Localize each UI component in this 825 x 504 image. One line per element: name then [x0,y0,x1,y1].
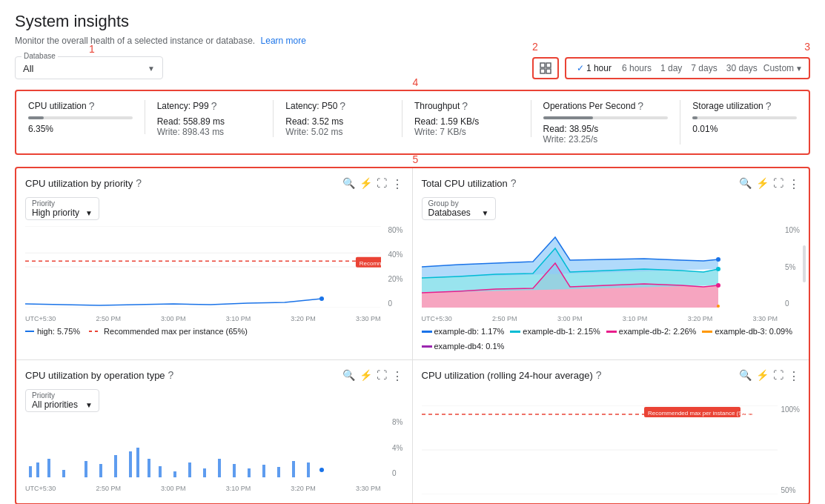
metric-cpu-value: 6.35% [28,124,133,134]
metric-storage: Storage utilization ? 0.01% [680,100,797,134]
page-subtitle: Monitor the overall health of a selected… [15,36,810,46]
chart-cpu-rolling-title: CPU utilization (rolling 24-hour average… [422,370,593,381]
priority-dropdown-2[interactable]: Priority All priorities ▼ [25,389,99,412]
svg-rect-29 [159,466,162,477]
svg-rect-39 [307,462,310,477]
zoom-icon-2[interactable]: 🔍 [739,177,752,191]
checkmark-icon: ✓ [577,63,584,73]
filter-icon[interactable]: ⚡ [360,177,372,191]
database-selector-value: All [23,63,33,74]
metric-throughput-title: Throughput [414,101,460,111]
grid-icon [540,62,551,74]
svg-rect-0 [540,63,545,67]
time-30days[interactable]: 30 days [723,62,761,75]
svg-rect-33 [218,459,221,477]
metric-ops: Operations Per Second ? Read: 38.95/s Wr… [531,100,681,145]
grid-view-button[interactable] [532,57,559,79]
expand-icon[interactable]: ⛶ [377,177,387,191]
filter-icon-4[interactable]: ⚡ [756,369,769,383]
time-7days[interactable]: 7 days [688,62,720,75]
svg-rect-21 [47,459,50,477]
metric-p50-value: Read: 3.52 ms [285,116,390,127]
chart-cpu-priority-help-icon[interactable]: ? [136,177,142,189]
svg-rect-25 [114,455,117,477]
metric-storage-value: 0.01% [692,124,797,134]
time-1day[interactable]: 1 day [657,62,685,75]
time-6hours[interactable]: 6 hours [619,62,655,75]
metric-ops-value: Read: 38.95/s [543,124,669,134]
chart-area-rolling: 100% 50% R [422,405,801,494]
priority-chevron-icon-2: ▼ [85,401,93,409]
p99-help-icon[interactable]: ? [211,100,217,112]
filter-icon-2[interactable]: ⚡ [756,177,769,191]
svg-rect-31 [188,462,191,477]
svg-rect-35 [248,468,251,477]
time-range-selector: ✓ 1 hour 6 hours 1 day 7 days 30 days Cu… [565,57,810,79]
more-icon-3[interactable]: ⋮ [391,369,403,383]
groupby-value: Databases [428,208,471,218]
svg-rect-22 [62,470,65,477]
more-icon-4[interactable]: ⋮ [788,369,800,383]
total-cpu-chart-svg [422,226,778,308]
zoom-icon-3[interactable]: 🔍 [342,369,355,383]
chart-total-cpu-title: Total CPU utilization [422,178,508,189]
chart-cpu-rolling: CPU utilization (rolling 24-hour average… [413,360,809,503]
metric-throughput-value: Read: 1.59 KB/s [414,116,519,127]
chart-area-cpu-op: 8% 4% 0 [25,418,403,492]
chart-cpu-rolling-help-icon[interactable]: ? [596,369,602,381]
chart-total-cpu-help-icon[interactable]: ? [511,177,517,189]
expand-icon-2[interactable]: ⛶ [773,177,783,191]
svg-rect-37 [277,467,280,477]
time-1hour[interactable]: ✓ 1 hour [572,62,616,75]
metric-p99-sub: Write: 898.43 ms [157,127,262,137]
p50-help-icon[interactable]: ? [339,100,345,112]
svg-rect-20 [36,462,39,477]
metric-p50-title: Latency: P50 [285,101,337,111]
storage-help-icon[interactable]: ? [766,100,772,112]
chart-legend-cpu-priority: high: 5.75% Recommended max per instance… [25,327,403,336]
annotation-3: 3 [804,41,810,53]
ops-help-icon[interactable]: ? [637,100,643,112]
priority-chevron-icon-1: ▼ [85,209,93,217]
zoom-icon-4[interactable]: 🔍 [739,369,752,383]
svg-point-40 [319,468,324,472]
zoom-icon[interactable]: 🔍 [342,177,355,191]
svg-rect-26 [129,451,132,477]
learn-more-link[interactable]: Learn more [261,36,306,46]
svg-rect-36 [262,465,265,477]
svg-rect-24 [99,464,102,477]
svg-point-17 [716,283,720,288]
database-selector[interactable]: Database All ▼ [15,56,163,79]
metric-p50-sub: Write: 5.02 ms [285,127,390,137]
filter-icon-3[interactable]: ⚡ [360,369,372,383]
svg-point-15 [716,257,720,262]
more-icon-2[interactable]: ⋮ [788,177,800,191]
time-custom[interactable]: Custom ▼ [763,63,803,73]
svg-text:Recommended max per instance (: Recommended max per instance (90%) [648,410,752,417]
chart-cpu-op-help-icon[interactable]: ? [168,369,174,381]
chart-legend-total-cpu: example-db: 1.17% example-db-1: 2.15% ex… [422,327,801,351]
ops-bar [543,116,669,119]
groupby-dropdown[interactable]: Group by Databases ▼ [422,197,496,220]
chevron-down-icon: ▼ [148,64,155,73]
svg-rect-3 [546,69,551,73]
cpu-op-chart-svg [25,418,381,477]
svg-rect-38 [292,461,295,477]
priority-dropdown-label-1: Priority [32,199,93,208]
svg-rect-19 [29,466,32,477]
chart-area-total-cpu: 10% 5% 0 [422,226,801,322]
throughput-help-icon[interactable]: ? [462,100,468,112]
priority-dropdown-1[interactable]: Priority High priority ▼ [25,197,99,220]
storage-bar [692,116,797,119]
expand-icon-4[interactable]: ⛶ [773,369,783,383]
svg-rect-27 [136,448,139,477]
more-icon[interactable]: ⋮ [391,177,403,191]
cpu-help-icon[interactable]: ? [89,100,95,112]
svg-text:Recommended max per instance (: Recommended max per instance (65%) [360,260,381,267]
metric-cpu: CPU utilization ? 6.35% [28,100,145,134]
annotation-2: 2 [532,41,538,53]
metric-ops-sub: Write: 23.25/s [543,134,669,145]
custom-chevron-icon: ▼ [795,64,803,73]
expand-icon-3[interactable]: ⛶ [377,369,387,383]
scrollbar[interactable] [803,245,806,282]
